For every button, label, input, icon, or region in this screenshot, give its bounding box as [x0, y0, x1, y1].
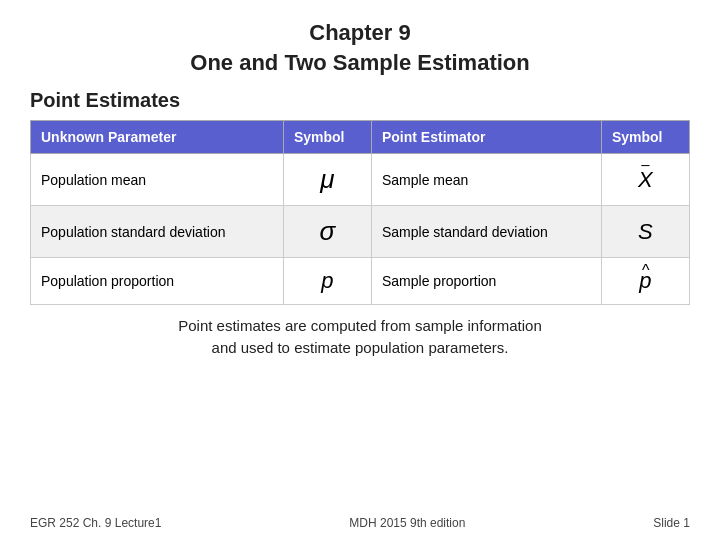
mu-symbol: μ: [320, 164, 334, 194]
table-header-row: Unknown Parameter Symbol Point Estimator…: [31, 121, 690, 154]
page: Chapter 9 One and Two Sample Estimation …: [0, 0, 720, 540]
col-symbol: Symbol: [283, 121, 371, 154]
table-row: Population proportion p Sample proportio…: [31, 258, 690, 305]
unknown-param-3: Population proportion: [31, 258, 284, 305]
est-symbol-3: p: [601, 258, 689, 305]
title-line2: One and Two Sample Estimation: [190, 50, 529, 75]
estimator-3: Sample proportion: [371, 258, 601, 305]
symbol-3: p: [283, 258, 371, 305]
title-line1: Chapter 9: [309, 20, 410, 45]
est-symbol-1: X: [601, 154, 689, 206]
table-row: Population mean μ Sample mean X: [31, 154, 690, 206]
footer-note: Point estimates are computed from sample…: [30, 315, 690, 359]
col-point-estimator: Point Estimator: [371, 121, 601, 154]
p-symbol: p: [321, 268, 333, 293]
footer-center: MDH 2015 9th edition: [349, 516, 465, 530]
table-row: Population standard deviation σ Sample s…: [31, 206, 690, 258]
s-symbol: S: [638, 219, 653, 244]
bottom-bar: EGR 252 Ch. 9 Lecture1 MDH 2015 9th edit…: [30, 516, 690, 530]
unknown-param-1: Population mean: [31, 154, 284, 206]
col-est-symbol: Symbol: [601, 121, 689, 154]
page-title: Chapter 9 One and Two Sample Estimation: [30, 18, 690, 77]
sigma-symbol: σ: [320, 216, 336, 246]
footer-left: EGR 252 Ch. 9 Lecture1: [30, 516, 161, 530]
x-bar-symbol: X: [638, 167, 653, 193]
p-hat-symbol: p: [639, 268, 651, 294]
footer-right: Slide 1: [653, 516, 690, 530]
unknown-param-2: Population standard deviation: [31, 206, 284, 258]
section-title: Point Estimates: [30, 89, 690, 112]
estimator-1: Sample mean: [371, 154, 601, 206]
est-symbol-2: S: [601, 206, 689, 258]
symbol-1: μ: [283, 154, 371, 206]
estimator-2: Sample standard deviation: [371, 206, 601, 258]
col-unknown-param: Unknown Parameter: [31, 121, 284, 154]
symbol-2: σ: [283, 206, 371, 258]
point-estimates-table: Unknown Parameter Symbol Point Estimator…: [30, 120, 690, 305]
